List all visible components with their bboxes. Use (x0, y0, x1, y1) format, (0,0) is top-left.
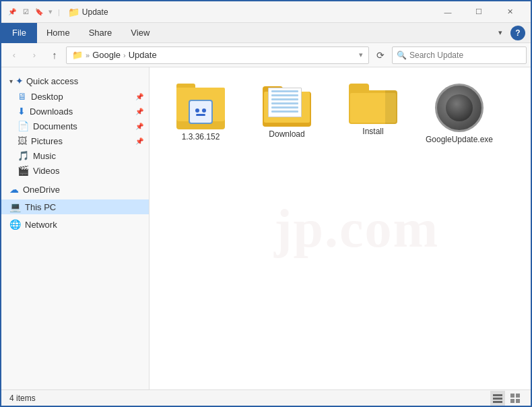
file-name-download: Download (269, 129, 304, 139)
path-arrow-1: › (123, 51, 126, 59)
menu-share[interactable]: Share (79, 23, 122, 43)
desktop-icon: 🖥 (18, 91, 27, 102)
address-path[interactable]: 📁 » Google › Update ▾ (66, 46, 369, 64)
statusbar: 4 items (1, 389, 531, 406)
sidebar-item-videos[interactable]: 🎬 Videos (1, 163, 149, 178)
forward-button[interactable]: › (26, 46, 43, 64)
path-google[interactable]: Google (92, 50, 121, 60)
exe-icon (435, 84, 484, 132)
main-area: ▾ ✦ Quick access 🖥 Desktop 📌 ⬇ Downloads… (1, 67, 531, 389)
sidebar-item-desktop[interactable]: 🖥 Desktop 📌 (1, 89, 149, 104)
menu-file[interactable]: File (1, 23, 37, 43)
quick-access-label: Quick access (26, 76, 78, 86)
menubar: File Home Share View ▾ ? (1, 23, 531, 43)
path-update[interactable]: Update (129, 50, 157, 60)
quick-access-star-icon: ✦ (15, 75, 24, 86)
sidebar-item-thispc[interactable]: 💻 This PC (1, 199, 149, 214)
svg-rect-4 (516, 394, 520, 398)
sidebar-item-onedrive[interactable]: ☁ OneDrive (1, 182, 149, 197)
watermark: jp.com (274, 198, 439, 259)
sidebar-network-label: Network (25, 220, 57, 230)
sidebar-videos-label: Videos (33, 166, 60, 176)
svg-rect-5 (510, 399, 514, 403)
svg-rect-0 (493, 394, 502, 396)
menubar-right: ▾ ? (493, 26, 531, 40)
quick-access-expand-icon: ▾ (9, 77, 13, 85)
network-icon: 🌐 (9, 219, 21, 230)
search-input[interactable] (409, 51, 522, 60)
path-folder-icon: 📁 (72, 50, 83, 60)
titlebar-icons: 📌 ☑ 🔖 ▾ | (7, 7, 63, 18)
path-separator-1: » (86, 51, 90, 59)
refresh-button[interactable]: ⟳ (372, 46, 389, 64)
search-icon: 🔍 (397, 51, 407, 60)
sidebar-pictures-label: Pictures (31, 136, 63, 146)
documents-icon: 📄 (18, 121, 29, 131)
pictures-pin-icon: 📌 (135, 137, 143, 145)
sidebar-desktop-label: Desktop (31, 92, 63, 102)
path-dropdown-icon[interactable]: ▾ (359, 51, 363, 59)
search-box[interactable]: 🔍 (392, 46, 527, 64)
robot-svg-icon (189, 100, 213, 124)
thispc-icon: 💻 (9, 201, 21, 212)
file-name-googleupdate: GoogleUpdate.exe (426, 135, 493, 144)
content-area: jp.com (149, 67, 531, 389)
sidebar: ▾ ✦ Quick access 🖥 Desktop 📌 ⬇ Downloads… (1, 67, 149, 389)
view-controls (490, 391, 523, 406)
sidebar-downloads-label: Downloads (30, 106, 73, 117)
sidebar-thispc-label: This PC (25, 202, 56, 212)
close-button[interactable]: ✕ (494, 1, 525, 23)
desktop-pin-icon: 📌 (135, 93, 143, 100)
minimize-button[interactable]: — (432, 1, 463, 23)
list-view-button[interactable] (490, 391, 505, 406)
file-grid: 1.3.36.152 (160, 78, 520, 150)
sidebar-item-network[interactable]: 🌐 Network (1, 217, 149, 232)
file-name-install: Install (362, 127, 383, 136)
file-item-googleupdate[interactable]: GoogleUpdate.exe (419, 78, 500, 150)
sidebar-item-downloads[interactable]: ⬇ Downloads 📌 (1, 104, 149, 119)
sidebar-item-documents[interactable]: 📄 Documents 📌 (1, 119, 149, 133)
folder-plain-icon (349, 84, 397, 124)
addressbar: ‹ › ↑ 📁 » Google › Update ▾ ⟳ 🔍 (1, 43, 531, 67)
downloads-pin-icon: 📌 (135, 108, 143, 115)
help-button[interactable]: ? (510, 26, 525, 40)
file-item-folder-download[interactable]: Download (246, 78, 327, 150)
window-controls: — ☐ ✕ (432, 1, 525, 23)
explorer-window: 📌 ☑ 🔖 ▾ | 📁 Update — ☐ ✕ File Home Share… (0, 0, 532, 407)
sidebar-onedrive-label: OneDrive (23, 185, 60, 195)
menu-home[interactable]: Home (37, 23, 79, 43)
folder-papers-icon (263, 84, 311, 127)
svg-rect-2 (493, 401, 502, 403)
bookmark-icon: 🔖 (34, 7, 44, 18)
svg-rect-6 (516, 399, 520, 403)
videos-icon: 🎬 (18, 165, 29, 176)
folder-robot-icon (176, 84, 225, 129)
svg-rect-3 (510, 394, 514, 398)
file-item-folder-1352[interactable]: 1.3.36.152 (160, 78, 241, 150)
window-title: Update (82, 7, 108, 17)
sidebar-item-music[interactable]: 🎵 Music (1, 148, 149, 163)
onedrive-icon: ☁ (9, 184, 19, 195)
titlebar: 📌 ☑ 🔖 ▾ | 📁 Update — ☐ ✕ (1, 1, 531, 23)
sidebar-music-label: Music (33, 151, 56, 161)
sidebar-item-pictures[interactable]: 🖼 Pictures 📌 (1, 133, 149, 148)
maximize-button[interactable]: ☐ (463, 1, 494, 23)
file-name-1352: 1.3.36.152 (182, 132, 220, 142)
pictures-icon: 🖼 (18, 135, 27, 146)
back-button[interactable]: ‹ (5, 46, 23, 64)
dropdown-arrow-icon[interactable]: ▾ (48, 7, 53, 16)
grid-view-icon (510, 393, 521, 404)
sidebar-documents-label: Documents (33, 121, 77, 131)
collapse-ribbon-icon[interactable]: ▾ (493, 26, 508, 40)
list-view-icon (492, 393, 503, 404)
downloads-icon: ⬇ (18, 106, 26, 117)
quick-access-header[interactable]: ▾ ✦ Quick access (1, 73, 149, 89)
window-title-area: 📁 Update (68, 7, 432, 18)
svg-rect-1 (493, 398, 502, 400)
file-item-folder-install[interactable]: Install (333, 78, 413, 150)
grid-view-button[interactable] (508, 391, 523, 406)
up-button[interactable]: ↑ (46, 46, 63, 64)
documents-pin-icon: 📌 (135, 123, 143, 130)
menu-view[interactable]: View (121, 23, 159, 43)
item-count: 4 items (9, 394, 36, 403)
